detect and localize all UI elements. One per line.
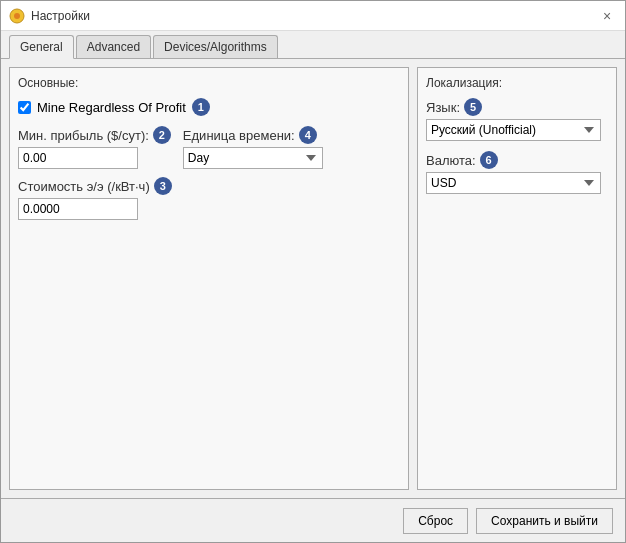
time-unit-label: Единица времени: xyxy=(183,128,295,143)
badge-6: 6 xyxy=(480,151,498,169)
save-button[interactable]: Сохранить и выйти xyxy=(476,508,613,534)
close-button[interactable]: × xyxy=(597,6,617,26)
title-bar: Настройки × xyxy=(1,1,625,31)
badge-4: 4 xyxy=(299,126,317,144)
footer: Сброс Сохранить и выйти xyxy=(1,498,625,542)
time-unit-group: Единица времени: 4 Day Hour Week xyxy=(183,126,323,169)
localization-section-title: Локализация: xyxy=(426,76,608,90)
checkbox-row: Mine Regardless Of Profit 1 xyxy=(18,98,400,116)
time-unit-label-row: Единица времени: 4 xyxy=(183,126,323,144)
window-title: Настройки xyxy=(31,9,90,23)
reset-button[interactable]: Сброс xyxy=(403,508,468,534)
currency-select[interactable]: USD EUR RUB xyxy=(426,172,601,194)
cost-input[interactable] xyxy=(18,198,138,220)
tab-advanced[interactable]: Advanced xyxy=(76,35,151,58)
language-label: Язык: xyxy=(426,100,460,115)
currency-group: Валюта: 6 USD EUR RUB xyxy=(426,151,608,194)
time-unit-select[interactable]: Day Hour Week xyxy=(183,147,323,169)
svg-point-1 xyxy=(14,13,20,19)
cost-label: Стоимость э/э (/кВт·ч) xyxy=(18,179,150,194)
min-profit-label: Мин. прибыль ($/сут): xyxy=(18,128,149,143)
badge-2: 2 xyxy=(153,126,171,144)
tab-bar: General Advanced Devices/Algorithms xyxy=(1,31,625,59)
tab-devices[interactable]: Devices/Algorithms xyxy=(153,35,278,58)
tab-general[interactable]: General xyxy=(9,35,74,59)
badge-5: 5 xyxy=(464,98,482,116)
currency-label-row: Валюта: 6 xyxy=(426,151,608,169)
min-profit-label-row: Мин. прибыль ($/сут): 2 xyxy=(18,126,171,144)
mine-regardless-label: Mine Regardless Of Profit xyxy=(37,100,186,115)
basics-section-title: Основные: xyxy=(18,76,400,90)
currency-label: Валюта: xyxy=(426,153,476,168)
title-bar-left: Настройки xyxy=(9,8,90,24)
left-panel: Основные: Mine Regardless Of Profit 1 Ми… xyxy=(9,67,409,490)
badge-1: 1 xyxy=(192,98,210,116)
cost-label-row: Стоимость э/э (/кВт·ч) 3 xyxy=(18,177,400,195)
mine-regardless-checkbox[interactable] xyxy=(18,101,31,114)
language-select[interactable]: Русский (Unofficial) English Deutsch xyxy=(426,119,601,141)
language-group: Язык: 5 Русский (Unofficial) English Deu… xyxy=(426,98,608,141)
badge-3: 3 xyxy=(154,177,172,195)
content-area: Основные: Mine Regardless Of Profit 1 Ми… xyxy=(1,59,625,498)
app-icon xyxy=(9,8,25,24)
cost-group: Стоимость э/э (/кВт·ч) 3 xyxy=(18,177,400,220)
language-label-row: Язык: 5 xyxy=(426,98,608,116)
min-profit-group: Мин. прибыль ($/сут): 2 xyxy=(18,126,171,169)
right-panel: Локализация: Язык: 5 Русский (Unofficial… xyxy=(417,67,617,490)
profit-time-row: Мин. прибыль ($/сут): 2 Единица времени:… xyxy=(18,126,400,169)
settings-window: Настройки × General Advanced Devices/Alg… xyxy=(0,0,626,543)
min-profit-input[interactable] xyxy=(18,147,138,169)
